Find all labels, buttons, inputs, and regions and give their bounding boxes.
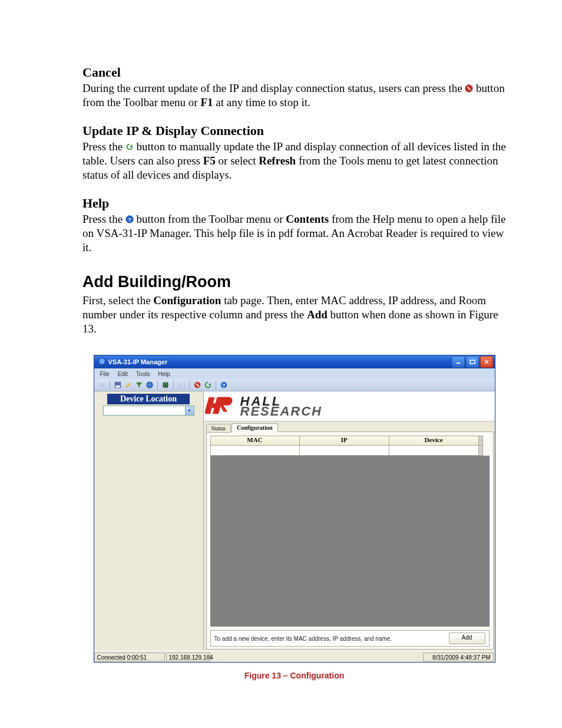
update-heading: Update IP & Display Connection xyxy=(82,123,506,139)
refresh-icon xyxy=(125,140,134,149)
svg-rect-7 xyxy=(115,386,120,388)
save-icon[interactable] xyxy=(114,381,122,389)
text: Press the xyxy=(82,213,125,225)
device-location-input[interactable] xyxy=(103,406,185,416)
add-device-hint: To add a new device, enter its MAC addre… xyxy=(214,635,449,642)
tabstrip: Status Configuration xyxy=(204,421,495,432)
toolbar-divider xyxy=(173,381,174,389)
contents-word: Contents xyxy=(286,213,329,225)
help-icon[interactable]: ? xyxy=(220,381,228,389)
stop-icon[interactable] xyxy=(193,381,201,389)
menu-file[interactable]: File xyxy=(100,371,110,377)
text: Press the xyxy=(82,140,125,153)
stop-icon xyxy=(465,82,473,90)
col-device[interactable]: Device xyxy=(389,436,479,446)
text: During the current update of the IP and … xyxy=(82,82,465,94)
grid-body xyxy=(210,456,490,627)
f1-key: F1 xyxy=(200,96,213,108)
config-word: Configuration xyxy=(153,294,221,307)
close-button[interactable] xyxy=(480,356,493,368)
toolbar: ? xyxy=(94,379,495,391)
menu-help[interactable]: Help xyxy=(158,371,170,377)
status-datetime: 8/31/2009 4:48:37 PM xyxy=(423,653,494,661)
client-area: Device Location ▼ xyxy=(94,391,495,651)
minimize-button[interactable] xyxy=(452,356,465,368)
toolbar-divider xyxy=(110,381,110,389)
refresh-menu-word: Refresh xyxy=(259,154,296,167)
statusbar: Connected 0:00:51 192.168.129.184 8/31/2… xyxy=(94,651,495,662)
svg-text:?: ? xyxy=(128,216,131,222)
menu-tools[interactable]: Tools xyxy=(136,371,150,377)
cut-icon[interactable] xyxy=(98,381,106,389)
help-body: Press the ? button from the Toolbar menu… xyxy=(82,212,506,255)
svg-text:?: ? xyxy=(222,383,225,388)
refresh-icon[interactable] xyxy=(204,381,212,389)
sidebar-header: Device Location xyxy=(107,394,190,404)
tab-content-configuration: MAC IP Device To add a new device, enter… xyxy=(206,431,494,650)
status-connected: Connected 0:00:51 xyxy=(94,653,165,661)
window-titlebar[interactable]: VSA-31-IP Manager xyxy=(94,355,495,368)
ip-input[interactable] xyxy=(300,446,389,456)
logo-area: HALL RESEARCH xyxy=(204,391,495,421)
grid-input-row xyxy=(210,446,490,456)
toolbar-divider xyxy=(157,381,158,389)
app-icon xyxy=(98,357,106,367)
col-ip[interactable]: IP xyxy=(300,436,389,446)
col-mac[interactable]: MAC xyxy=(210,436,300,446)
cancel-body: During the current update of the IP and … xyxy=(82,81,506,110)
add-word: Add xyxy=(307,308,328,321)
device-location-combo[interactable]: ▼ xyxy=(103,406,194,416)
svg-point-3 xyxy=(98,358,105,365)
app-window: VSA-31-IP Manager File Edit Tools Help xyxy=(94,355,495,663)
figure-caption: Figure 13 – Configuration xyxy=(82,671,506,680)
tab-configuration[interactable]: Configuration xyxy=(232,423,278,432)
text: or select xyxy=(219,154,259,167)
grid-scrollbar-header xyxy=(479,436,483,446)
help-icon: ? xyxy=(125,213,134,221)
add-button[interactable]: Add xyxy=(449,633,485,644)
maximize-button[interactable] xyxy=(466,356,479,368)
status-ip: 192.168.129.184 xyxy=(166,653,210,661)
menu-edit[interactable]: Edit xyxy=(118,371,128,377)
f5-key: F5 xyxy=(203,154,216,167)
add-building-room-body: First, select the Configuration tab page… xyxy=(82,294,506,337)
mac-input[interactable] xyxy=(210,446,300,456)
power-icon[interactable] xyxy=(161,381,170,389)
text: First, select the xyxy=(82,294,153,307)
logo-icon xyxy=(205,394,238,419)
edit-icon[interactable] xyxy=(124,381,133,389)
grid-header-row: MAC IP Device xyxy=(210,436,490,446)
undo-icon[interactable] xyxy=(177,381,186,389)
text: at any time to stop it. xyxy=(216,96,310,108)
update-body: Press the button to manually update the … xyxy=(82,140,506,183)
sidebar: Device Location ▼ xyxy=(94,391,204,651)
grid-scrollbar-cell xyxy=(479,446,483,456)
tab-status[interactable]: Status xyxy=(206,424,231,433)
svg-rect-5 xyxy=(470,360,475,364)
device-input[interactable] xyxy=(389,446,479,456)
filter-icon[interactable] xyxy=(135,381,143,389)
logo-line2: RESEARCH xyxy=(240,406,322,417)
chevron-down-icon[interactable]: ▼ xyxy=(185,406,194,416)
bottom-hint-row: To add a new device, enter its MAC addre… xyxy=(210,630,490,647)
cancel-heading: Cancel xyxy=(82,65,506,80)
window-title: VSA-31-IP Manager xyxy=(108,358,168,365)
main-panel: HALL RESEARCH Status Configuration MAC I… xyxy=(204,391,495,651)
globe-icon[interactable] xyxy=(146,381,154,389)
menubar: File Edit Tools Help xyxy=(94,368,495,379)
help-heading: Help xyxy=(82,196,506,211)
add-building-room-heading: Add Building/Room xyxy=(82,273,506,291)
text: button from the Toolbar menu or xyxy=(137,213,286,225)
toolbar-divider xyxy=(216,381,216,389)
toolbar-divider xyxy=(189,381,190,389)
